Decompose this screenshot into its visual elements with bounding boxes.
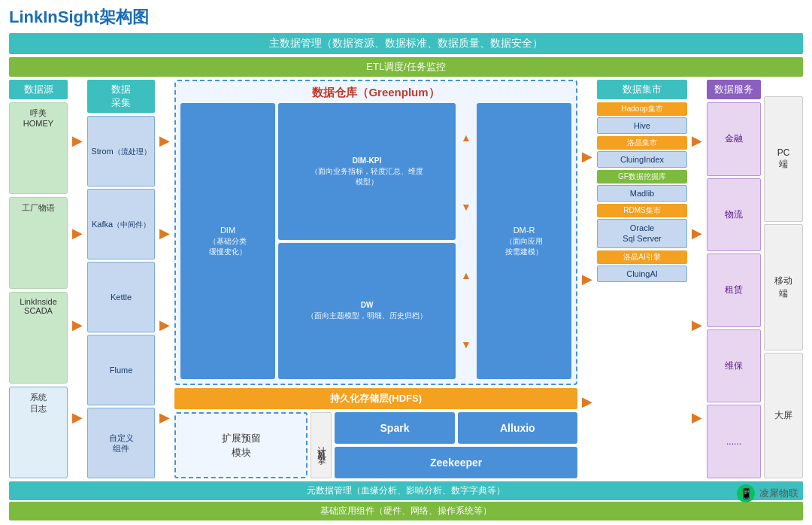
arrow-mart-service-1: ▶ — [692, 132, 702, 149]
spark-box: Spark — [335, 412, 454, 444]
base-app-banner: 基础应用组件（硬件、网络、操作系统等） — [9, 502, 803, 520]
wechat-label: 凌犀物联 — [759, 487, 798, 500]
service-more: ...... — [707, 405, 761, 478]
mart-hive: Hive — [597, 117, 687, 134]
source-item-factory: 工厂物语 — [9, 197, 68, 289]
service-finance: 金融 — [707, 102, 761, 176]
mart-gf-label: GF数据挖掘库 — [597, 170, 687, 184]
device-pc: PC端 — [764, 96, 803, 222]
arrow-up-1: ▲ — [461, 132, 471, 144]
dw-dim-kpi: DIM-KPI （面向业务指标，轻度汇总、维度 模型） — [278, 103, 456, 240]
arrow-dw-mart-1: ▶ — [582, 148, 592, 165]
service-header: 数据服务 — [707, 80, 761, 99]
arrow-collect-dw-2: ▶ — [159, 225, 170, 241]
meta-data-banner: 元数据管理（血缘分析、影响分析、数字字典等） — [9, 481, 803, 500]
mart-header: 数据集市 — [597, 80, 687, 99]
arrow-source-collect-2: ▶ — [72, 225, 83, 241]
service-maintenance: 维保 — [707, 329, 761, 403]
source-header: 数据源 — [9, 80, 68, 99]
service-logistics: 物流 — [707, 178, 761, 252]
master-data-banner: 主数据管理（数据资源、数据标准、数据质量、数据安全） — [9, 33, 803, 54]
source-item-homey: 呼美HOMEY — [9, 102, 68, 194]
mart-cluing: CluingIndex — [597, 151, 687, 168]
mart-hadoop-group: Hadoop集市 Hive — [597, 102, 687, 134]
mart-rdms-group: RDMS集市 OracleSql Server — [597, 204, 687, 248]
arrow-mart-service-2: ▶ — [692, 225, 702, 241]
arrow-up-2: ▲ — [461, 269, 471, 281]
source-item-syslog: 系统日志 — [9, 387, 68, 478]
device-screen: 大屏 — [764, 353, 803, 478]
wechat-icon: 📱 — [737, 484, 755, 502]
service-rental: 租赁 — [707, 253, 761, 327]
dw-dw: DW （面向主题模型，明细、历史归档） — [278, 243, 456, 380]
mart-luojing-group: 洛晶集市 CluingIndex — [597, 136, 687, 168]
arrow-mart-service-3: ▶ — [692, 317, 702, 333]
mart-madlib: Madlib — [597, 185, 687, 202]
device-mobile: 移动端 — [764, 224, 803, 350]
dw-title: 数据仓库（Greenplum） — [180, 86, 571, 100]
mart-ai-label: 洛晶AI引擎 — [597, 250, 687, 264]
dw-dim: DIM （基础分类 缓慢变化） — [180, 103, 275, 379]
collect-header: 数据 采集 — [87, 80, 155, 113]
arrow-source-collect-4: ▶ — [72, 409, 83, 426]
collect-custom: 自定义组件 — [87, 408, 155, 478]
mart-cluingai: CluingAI — [597, 266, 687, 282]
collect-flume: Flume — [87, 335, 155, 405]
zk-box: Zeekeeper — [335, 447, 577, 478]
arrow-collect-dw-1: ▶ — [159, 132, 170, 149]
arrow-down-2: ▼ — [461, 338, 471, 351]
collect-kafka: Kafka（中间件） — [87, 189, 155, 259]
page-title: LinkInSight架构图 — [9, 6, 803, 29]
mart-gf-group: GF数据挖掘库 Madlib — [597, 170, 687, 202]
mart-luojing-label: 洛晶集市 — [597, 136, 687, 150]
source-item-linkinside: LinkInsideSCADA — [9, 292, 68, 384]
arrow-collect-dw-4: ▶ — [159, 409, 170, 426]
alluxio-box: Alluxio — [458, 412, 577, 444]
dw-dm-r: DM-R （面向应用 按需建模） — [477, 103, 571, 379]
etl-banner: ETL调度/任务监控 — [9, 57, 803, 77]
arrow-collect-dw-3: ▶ — [159, 317, 170, 333]
mart-ai-group: 洛晶AI引擎 CluingAI — [597, 250, 687, 282]
compute-engine: 计算引擎 — [311, 412, 332, 478]
expand-box: 扩展预留 模块 — [174, 412, 308, 478]
collect-kettle: Kettle — [87, 262, 155, 332]
hdfs-bar: 持久化存储层(HDFS) — [174, 388, 577, 409]
arrow-down-1: ▼ — [461, 201, 471, 213]
collect-strom: Strom（流处理） — [87, 116, 155, 187]
arrow-source-collect-1: ▶ — [72, 132, 83, 149]
arrow-source-collect-3: ▶ — [72, 317, 83, 333]
mart-oracle: OracleSql Server — [597, 219, 687, 248]
mart-rdms-label: RDMS集市 — [597, 204, 687, 217]
arrow-dw-mart-2: ▶ — [582, 271, 592, 287]
arrow-mart-service-4: ▶ — [692, 409, 702, 426]
mart-hadoop-label: Hadoop集市 — [597, 102, 687, 116]
arrow-dw-mart-3: ▶ — [582, 393, 592, 410]
